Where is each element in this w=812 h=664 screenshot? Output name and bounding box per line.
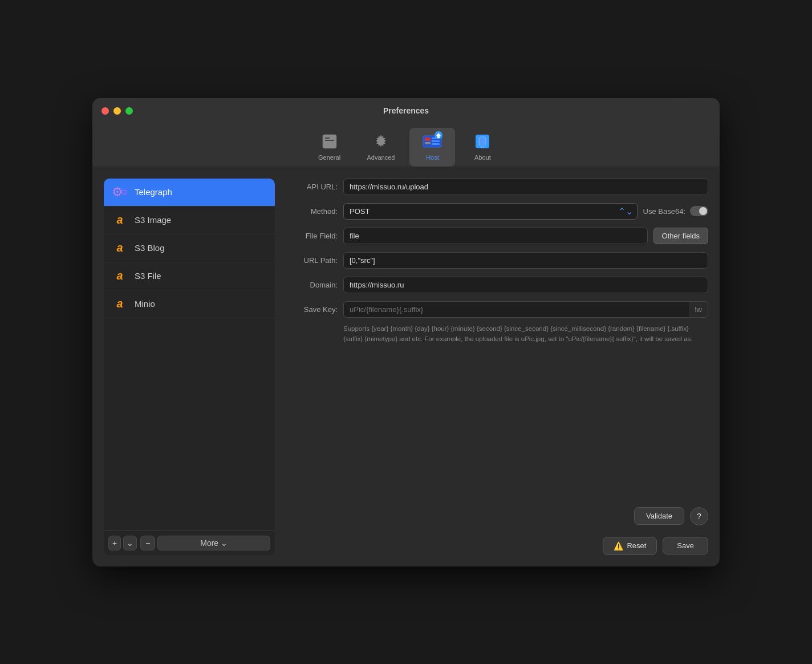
sidebar-item-s3image-label: S3 Image xyxy=(135,215,171,225)
method-row: Method: POST GET PUT DELETE ⌃⌄ Use Base6… xyxy=(286,203,708,220)
sidebar: ⚙⚙ Telegraph a S3 Image a S3 Blog xyxy=(104,179,275,555)
main-form: API URL: https://missuo.ru/upload Method… xyxy=(286,179,708,555)
svg-rect-1 xyxy=(325,140,334,141)
save-key-input[interactable] xyxy=(343,301,689,318)
toggle-knob xyxy=(699,207,707,215)
bottom-row: ⚠️ Reset Save xyxy=(286,537,708,555)
save-key-label: Save Key: xyxy=(286,305,338,314)
api-url-row: API URL: https://missuo.ru/upload xyxy=(286,179,708,195)
sidebar-item-s3blog[interactable]: a S3 Blog xyxy=(104,234,275,262)
about-icon xyxy=(472,131,493,152)
url-path-label: URL Path: xyxy=(286,256,338,265)
s3file-icon: a xyxy=(112,268,128,284)
file-field-input[interactable]: file xyxy=(343,228,648,244)
svg-rect-2 xyxy=(325,137,330,139)
save-key-wrapper: !w xyxy=(343,301,708,318)
minimize-button[interactable] xyxy=(113,107,121,115)
tab-about[interactable]: About xyxy=(460,128,505,167)
save-button[interactable]: Save xyxy=(663,537,708,554)
tab-about-label: About xyxy=(474,154,491,161)
tab-advanced-label: Advanced xyxy=(367,154,395,161)
sidebar-item-telegraph[interactable]: ⚙⚙ Telegraph xyxy=(104,179,275,207)
help-button[interactable]: ? xyxy=(690,507,708,525)
tab-advanced[interactable]: Advanced xyxy=(357,128,405,167)
method-select-wrapper: POST GET PUT DELETE ⌃⌄ xyxy=(343,203,638,220)
save-key-help-text: Supports {year} {month} {day} {hour} {mi… xyxy=(343,323,708,345)
svg-rect-8 xyxy=(432,140,440,142)
api-url-input[interactable]: https://missuo.ru/upload xyxy=(343,179,708,195)
advanced-icon xyxy=(371,131,391,152)
general-icon xyxy=(319,131,340,152)
svg-rect-0 xyxy=(323,135,336,148)
validate-button[interactable]: Validate xyxy=(634,507,684,525)
domain-input[interactable]: https://missuo.ru xyxy=(343,277,708,293)
save-key-row: Save Key: !w xyxy=(286,301,708,318)
add-host-dropdown-button[interactable]: ⌄ xyxy=(123,536,137,550)
sidebar-item-minio-label: Minio xyxy=(135,299,155,309)
window-title: Preferences xyxy=(102,106,710,122)
sidebar-items-list: ⚙⚙ Telegraph a S3 Image a S3 Blog xyxy=(104,179,275,531)
tab-host-label: Host xyxy=(426,154,439,161)
more-button[interactable]: More ⌄ xyxy=(157,536,270,550)
content-area: ⚙⚙ Telegraph a S3 Image a S3 Blog xyxy=(92,167,720,566)
remove-host-button[interactable]: − xyxy=(140,536,155,550)
svg-rect-5 xyxy=(425,137,431,141)
sidebar-item-s3blog-label: S3 Blog xyxy=(135,243,165,253)
titlebar: Preferences General xyxy=(92,98,720,167)
domain-row: Domain: https://missuo.ru xyxy=(286,277,708,293)
file-field-label: File Field: xyxy=(286,232,338,240)
sidebar-item-s3file-label: S3 File xyxy=(135,271,161,281)
toolbar: General Advanced xyxy=(102,122,710,167)
tab-general-label: General xyxy=(318,154,340,161)
other-fields-button[interactable]: Other fields xyxy=(653,228,708,244)
method-select[interactable]: POST GET PUT DELETE xyxy=(343,203,638,220)
save-key-suffix: !w xyxy=(689,301,708,318)
use-base64-label: Use Base64: xyxy=(643,207,685,216)
telegraph-icon: ⚙⚙ xyxy=(112,184,128,200)
minio-icon: a xyxy=(112,296,128,312)
warning-icon: ⚠️ xyxy=(614,541,623,550)
method-label: Method: xyxy=(286,207,338,216)
url-path-input[interactable]: [0,"src"] xyxy=(343,252,708,269)
preferences-window: Preferences General xyxy=(92,98,720,566)
svg-rect-9 xyxy=(432,143,440,145)
file-field-row: File Field: file Other fields xyxy=(286,228,708,244)
sidebar-item-minio[interactable]: a Minio xyxy=(104,290,275,318)
reset-button[interactable]: ⚠️ Reset xyxy=(603,537,657,555)
use-base64-toggle[interactable] xyxy=(690,206,708,216)
tab-general[interactable]: General xyxy=(307,128,352,167)
s3image-icon: a xyxy=(112,212,128,228)
sidebar-item-telegraph-label: Telegraph xyxy=(135,187,172,197)
action-row: Validate ? xyxy=(286,507,708,525)
traffic-lights xyxy=(102,107,133,115)
close-button[interactable] xyxy=(102,107,109,115)
use-base64-group: Use Base64: xyxy=(643,206,708,216)
sidebar-footer: + ⌄ − More ⌄ xyxy=(104,531,275,555)
api-url-label: API URL: xyxy=(286,183,338,191)
host-icon xyxy=(422,131,442,152)
sidebar-item-s3image[interactable]: a S3 Image xyxy=(104,207,275,234)
svg-rect-6 xyxy=(425,142,431,144)
domain-label: Domain: xyxy=(286,281,338,289)
url-path-row: URL Path: [0,"src"] xyxy=(286,252,708,269)
sidebar-item-s3file[interactable]: a S3 File xyxy=(104,262,275,290)
add-host-button[interactable]: + xyxy=(108,536,121,550)
tab-host[interactable]: Host xyxy=(409,128,455,167)
maximize-button[interactable] xyxy=(125,107,133,115)
s3blog-icon: a xyxy=(112,240,128,256)
